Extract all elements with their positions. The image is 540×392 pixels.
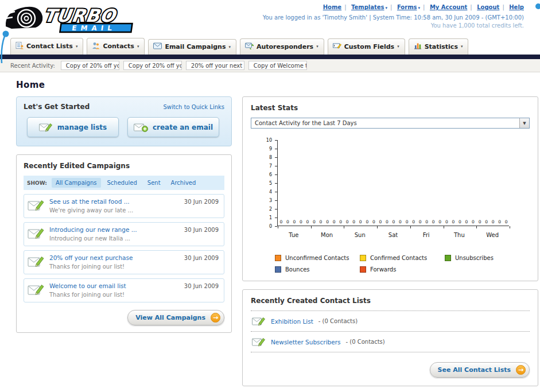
create-email-button[interactable]: create an email	[127, 117, 219, 137]
turbo-email-logo[interactable]: TURBO EMAIL	[3, 1, 157, 37]
separator: |	[470, 4, 472, 10]
top-nav-forms[interactable]: Forms▾	[397, 4, 420, 10]
top-nav-templates[interactable]: Templates▾	[351, 4, 387, 10]
svg-text:TURBO: TURBO	[42, 5, 119, 26]
campaign-date: 30 Jun 2009	[184, 255, 219, 261]
tab-custom-fields[interactable]: Custom Fields ▾	[328, 38, 405, 55]
campaign-row[interactable]: 20% off your next purchase Thanks for jo…	[24, 250, 224, 274]
envelope-plus-icon	[134, 122, 148, 133]
manage-lists-button[interactable]: manage lists	[27, 117, 119, 137]
legend-swatch	[360, 266, 366, 273]
contact-list-count: - (0 Contacts)	[345, 339, 384, 345]
bar-chart-icon	[414, 42, 422, 51]
dropdown-arrow-icon: ▼	[519, 118, 529, 128]
app-window: TURBO EMAIL Home| Templates▾| Forms▾| My…	[0, 0, 540, 392]
get-started-title: Let's Get Started	[24, 103, 90, 111]
top-nav-help[interactable]: Help	[509, 4, 524, 10]
filter-scheduled[interactable]: Scheduled	[103, 178, 141, 188]
recent-activity-item[interactable]: Copy of 20% off yc	[61, 61, 119, 70]
tab-label: Autoresponders	[257, 43, 313, 51]
filter-all-campaigns[interactable]: All Campaigns	[52, 178, 101, 188]
tab-email-campaigns[interactable]: Email Campaigns ▾	[148, 39, 236, 55]
arrow-right-icon: →	[516, 365, 526, 375]
legend-swatch	[360, 255, 366, 261]
tab-label: Email Campaigns	[165, 43, 226, 51]
separator: |	[502, 4, 504, 10]
envelope-pencil-icon	[28, 198, 45, 212]
recent-activity-bar: Recent Activity: Copy of 20% off yc Copy…	[0, 59, 540, 72]
contact-lists-title: Recently Created Contact Lists	[251, 297, 530, 305]
campaign-subtitle: Thanks for joining our list!	[49, 263, 133, 270]
recent-activity-item[interactable]: Copy of Welcome tc	[248, 61, 307, 70]
view-all-campaigns-button[interactable]: View All Campaigns →	[127, 310, 224, 325]
contact-list-count: - (0 Contacts)	[318, 318, 358, 324]
filter-sent[interactable]: Sent	[143, 178, 165, 188]
turbo-swirl-icon	[6, 7, 42, 29]
legend-item: Confirmed Contacts	[360, 255, 445, 261]
contact-lists-icon	[15, 41, 24, 51]
main-nav: Contact Lists ▾ Contacts ▾ Email Campaig…	[10, 37, 540, 55]
top-nav-home[interactable]: Home	[323, 4, 341, 10]
campaigns-panel-title: Recently Edited Campaigns	[24, 162, 224, 170]
campaign-row[interactable]: Welcome to our email list Thanks for joi…	[24, 278, 224, 302]
tab-contacts[interactable]: Contacts ▾	[87, 38, 145, 55]
top-nav-logout[interactable]: Logout	[477, 4, 499, 10]
envelope-pencil-icon	[28, 254, 45, 268]
tab-autoresponders[interactable]: Autoresponders ▾	[240, 38, 324, 55]
get-started-panel: Let's Get Started Switch to Quick Links …	[16, 96, 232, 146]
campaign-title-link[interactable]: See us at the retail food ...	[49, 198, 133, 205]
nav-divider-bar	[0, 55, 540, 59]
dropdown-arrow-icon: ▾	[386, 6, 388, 10]
envelope-pencil-icon	[252, 316, 266, 327]
campaign-title-link[interactable]: Introducing our new range ...	[49, 226, 137, 233]
dropdown-arrow-icon: ▾	[76, 44, 78, 49]
contact-list-link[interactable]: Exhibition List	[271, 318, 313, 325]
envelope-arrows-icon	[245, 42, 254, 51]
contact-list-row[interactable]: Exhibition List - (0 Contacts)	[251, 311, 530, 332]
dropdown-arrow-icon: ▾	[461, 44, 463, 49]
login-info: You are logged in as 'Timothy Smith' | S…	[263, 14, 524, 21]
tab-label: Contact Lists	[26, 42, 73, 50]
envelope-icon	[153, 42, 162, 51]
separator: |	[423, 4, 425, 10]
tab-statistics[interactable]: Statistics ▾	[409, 38, 469, 55]
campaign-title-link[interactable]: Welcome to our email list	[49, 282, 126, 289]
header-right: Home| Templates▾| Forms▾| My Account| Lo…	[263, 4, 524, 29]
field-pencil-icon	[333, 42, 341, 51]
campaigns-filter-bar: SHOW: All Campaigns Scheduled Sent Archi…	[24, 176, 224, 190]
header: TURBO EMAIL Home| Templates▾| Forms▾| My…	[0, 0, 540, 37]
envelope-pencil-icon	[39, 122, 53, 133]
contact-list-link[interactable]: Newsletter Subscribers	[271, 339, 340, 346]
top-nav: Home| Templates▾| Forms▾| My Account| Lo…	[263, 4, 524, 10]
envelope-pencil-icon	[28, 226, 45, 240]
chart-x-labels: TueMonSunSatFriThuWed	[277, 229, 509, 238]
campaign-date: 30 Jun 2009	[184, 199, 219, 205]
contact-list-row[interactable]: Newsletter Subscribers - (0 Contacts)	[251, 332, 530, 352]
page-title: Home	[16, 80, 523, 90]
decorative-swoosh	[0, 29, 13, 64]
chart-legend: Unconfirmed Contacts Confirmed Contacts …	[275, 255, 530, 273]
arrow-right-icon: →	[211, 313, 220, 323]
recent-activity-label: Recent Activity:	[10, 63, 55, 69]
campaign-date: 30 Jun 2009	[184, 227, 219, 233]
see-all-contact-lists-button[interactable]: See All Contact Lists →	[430, 362, 530, 378]
contact-activity-chart: 012345678910 000000000000000000000000000…	[251, 140, 530, 247]
stats-period-dropdown[interactable]: Contact Activity for the Last 7 Days ▼	[251, 118, 530, 129]
tab-label: Statistics	[425, 43, 458, 51]
separator: |	[344, 4, 346, 10]
dropdown-arrow-icon: ▾	[228, 45, 231, 49]
dropdown-value: Contact Activity for the Last 7 Days	[255, 120, 357, 126]
campaign-title-link[interactable]: 20% off your next purchase	[49, 254, 133, 261]
recent-activity-item[interactable]: 20% off your next p	[186, 61, 244, 70]
tab-label: Custom Fields	[344, 43, 395, 51]
campaign-date: 30 Jun 2009	[184, 283, 219, 289]
filter-archived[interactable]: Archived	[167, 178, 200, 188]
recent-activity-item[interactable]: Copy of 20% off yc	[123, 61, 182, 70]
switch-quick-links-link[interactable]: Switch to Quick Links	[163, 104, 224, 110]
campaign-row[interactable]: See us at the retail food ... We're givi…	[24, 194, 224, 218]
tab-label: Contacts	[103, 42, 134, 50]
campaign-row[interactable]: Introducing our new range ... Introducin…	[24, 222, 224, 246]
separator: |	[390, 4, 392, 10]
tab-contact-lists[interactable]: Contact Lists ▾	[10, 38, 83, 55]
top-nav-my-account[interactable]: My Account	[430, 4, 467, 10]
